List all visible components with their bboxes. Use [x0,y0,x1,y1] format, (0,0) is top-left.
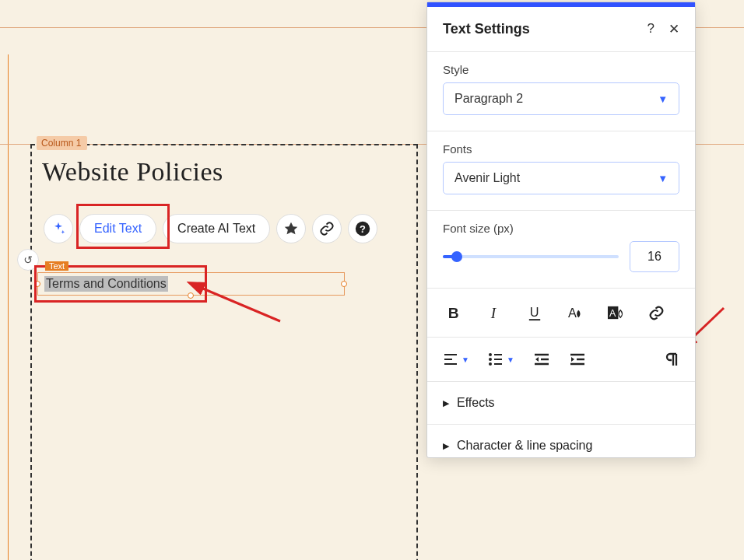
style-section: Style Paragraph 2 ▼ [427,52,695,131]
highlight-color-button[interactable]: A [605,303,626,323]
chevron-down-icon: ▼ [658,93,668,105]
text-action-toolbar: Edit Text Create AI Text ? [44,214,377,243]
bold-button[interactable]: B [443,303,465,323]
style-label: Style [443,63,679,76]
effects-label: Effects [457,396,495,410]
spacing-section-toggle[interactable]: ▶ Character & line spacing [427,425,695,457]
style-value: Paragraph 2 [454,92,523,106]
svg-text:I: I [490,305,497,321]
fonts-label: Fonts [443,142,679,156]
text-element-tag: Text [45,261,68,271]
align-button[interactable]: ▼ [443,352,469,366]
svg-text:U: U [529,305,539,319]
fontsize-input[interactable] [630,241,679,272]
text-color-button[interactable]: A [564,303,586,323]
resize-handle-right[interactable] [341,281,347,287]
triangle-right-icon: ▶ [443,398,449,408]
svg-text:A: A [567,306,576,320]
guide-line-left [8,54,9,560]
spacing-label: Character & line spacing [457,439,592,453]
column-guide-left [0,144,30,145]
panel-title: Text Settings [443,21,530,37]
svg-point-16 [489,358,492,361]
chevron-down-icon: ▼ [461,355,469,364]
chevron-down-icon: ▼ [658,173,668,184]
page-heading[interactable]: Website Policies [42,157,223,187]
column-label-tag[interactable]: Column 1 [37,136,87,150]
svg-point-14 [489,353,492,356]
animation-button[interactable] [276,214,306,243]
indent-decrease-button[interactable] [533,352,550,366]
underline-button[interactable]: U [524,303,546,323]
link-icon[interactable] [645,303,667,323]
fonts-section: Fonts Avenir Light ▼ [427,131,695,211]
effects-section-toggle[interactable]: ▶ Effects [427,382,695,425]
svg-text:A: A [609,308,616,319]
text-format-row: B I U A A [427,289,695,338]
panel-close-icon[interactable]: ✕ [669,21,679,37]
text-settings-panel: Text Settings ? ✕ Style Paragraph 2 ▼ Fo… [426,2,696,458]
slider-knob[interactable] [451,251,462,262]
list-button[interactable]: ▼ [488,352,514,366]
edit-text-button[interactable]: Edit Text [79,214,156,243]
text-direction-button[interactable] [664,352,679,367]
paragraph-format-row: ▼ ▼ [427,338,695,382]
chevron-down-icon: ▼ [507,355,514,364]
fontsize-section: Font size (px) [427,211,695,289]
resize-handle-left[interactable] [34,281,40,287]
style-dropdown[interactable]: Paragraph 2 ▼ [443,82,679,115]
fonts-value: Avenir Light [454,171,520,185]
fontsize-slider[interactable] [443,255,619,258]
column-boundary[interactable] [30,144,418,560]
help-button[interactable]: ? [348,214,377,243]
italic-button[interactable]: I [483,303,505,323]
selected-text-content[interactable]: Terms and Conditions [44,276,168,292]
panel-help-icon[interactable]: ? [647,21,655,37]
svg-text:?: ? [360,223,366,235]
indent-increase-button[interactable] [569,352,586,366]
panel-header: Text Settings ? ✕ [427,7,695,52]
ai-sparkle-icon[interactable] [44,214,73,243]
link-button[interactable] [312,214,342,243]
fontsize-label: Font size (px) [443,222,679,235]
svg-text:B: B [447,305,458,321]
undo-button[interactable]: ↻ [17,249,39,271]
fonts-dropdown[interactable]: Avenir Light ▼ [443,162,679,194]
resize-handle-bottom[interactable] [188,292,194,299]
create-ai-text-button[interactable]: Create AI Text [163,214,270,243]
triangle-right-icon: ▶ [443,441,449,451]
svg-point-18 [489,362,492,366]
